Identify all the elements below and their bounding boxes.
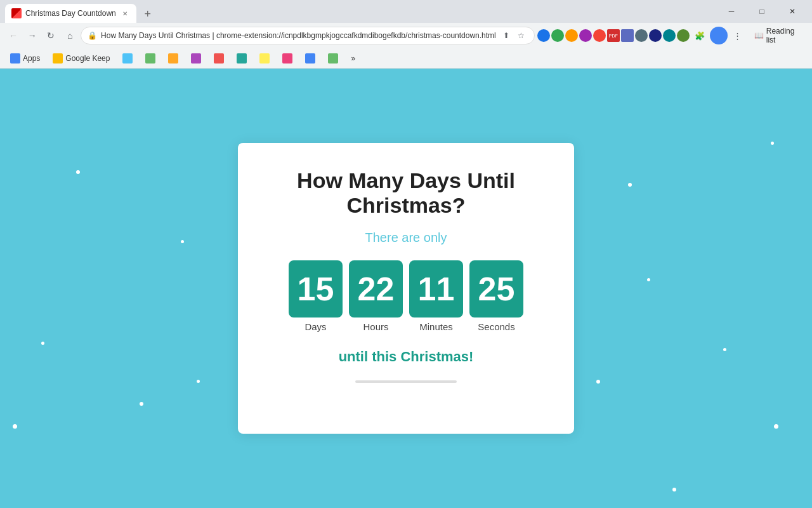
apps-icon (10, 53, 20, 64)
ext-icon-pdf[interactable]: PDF (607, 29, 620, 42)
bookmark-10[interactable] (323, 51, 343, 66)
reading-list-button[interactable]: 📖 Reading list (749, 25, 807, 46)
seconds-value: 25 (478, 270, 515, 308)
hours-box: 22 (349, 260, 403, 318)
minimize-button[interactable]: ─ (717, 0, 746, 23)
snowflake (596, 380, 600, 384)
days-unit: 15 Days (289, 260, 343, 332)
more-menu-button[interactable]: ⋮ (729, 27, 747, 44)
bm7-icon (259, 53, 270, 64)
minutes-label: Minutes (419, 321, 453, 332)
address-actions: ⬆ ☆ (500, 29, 528, 42)
home-button[interactable]: ⌂ (62, 27, 78, 44)
bm3-icon (168, 53, 178, 64)
seconds-label: Seconds (478, 321, 514, 332)
bookmark-2[interactable] (140, 51, 160, 66)
hours-value: 22 (358, 270, 395, 308)
address-bar[interactable]: 🔒 How Many Days Until Christmas | chrome… (81, 27, 535, 44)
window-controls: ─ □ ✕ (717, 0, 807, 23)
minutes-value: 11 (418, 270, 455, 308)
bookmarks-bar: Apps Google Keep (0, 48, 812, 69)
days-box: 15 (289, 260, 343, 318)
page-title: How Many Days Until Christmas? (276, 168, 536, 218)
ext-icon-5[interactable] (593, 29, 606, 42)
close-button[interactable]: ✕ (778, 0, 807, 23)
ext-icon-4[interactable] (579, 29, 592, 42)
bookmark-3[interactable] (163, 51, 183, 66)
apps-label: Apps (23, 54, 40, 63)
ext-icon-1[interactable] (537, 29, 550, 42)
ext-icon-2[interactable] (551, 29, 564, 42)
snowflake (628, 183, 632, 187)
days-label: Days (304, 321, 326, 332)
minutes-box: 11 (409, 260, 463, 318)
ext-icon-puzzle[interactable] (621, 29, 634, 42)
snowflake (140, 402, 143, 406)
bm2-icon (145, 53, 155, 64)
until-christmas-text: until this Christmas! (339, 349, 474, 365)
reload-button[interactable]: ↻ (43, 27, 60, 44)
bookmark-9[interactable] (300, 51, 320, 66)
bm10-icon (328, 53, 338, 64)
address-text: How Many Days Until Christmas | chrome-e… (101, 31, 496, 40)
bookmark-1[interactable] (117, 51, 138, 66)
ext-icon-7[interactable] (649, 29, 662, 42)
bookmark-keep[interactable]: Google Keep (48, 51, 115, 66)
share-icon[interactable]: ⬆ (500, 29, 513, 42)
keep-label: Google Keep (65, 54, 110, 63)
scroll-hint-bar (355, 380, 457, 383)
extensions-button[interactable]: 🧩 (691, 27, 709, 44)
nav-bar: ← → ↻ ⌂ 🔒 How Many Days Until Christmas … (0, 23, 812, 48)
hours-unit: 22 Hours (349, 260, 403, 332)
snowflake (517, 151, 521, 156)
seconds-box: 25 (469, 260, 523, 318)
more-bookmarks-button[interactable]: » (346, 51, 360, 65)
lock-icon: 🔒 (88, 31, 97, 40)
bookmark-apps[interactable]: Apps (5, 51, 45, 66)
page-content: How Many Days Until Christmas? There are… (0, 69, 812, 508)
bookmark-8[interactable] (277, 51, 298, 66)
countdown-card: How Many Days Until Christmas? There are… (238, 143, 574, 434)
bookmark-6[interactable] (232, 51, 252, 66)
ext-icon-9[interactable] (677, 29, 690, 42)
snowflake (197, 380, 200, 383)
bookmark-7[interactable] (254, 51, 275, 66)
ext-icon-6[interactable] (635, 29, 648, 42)
snowflake (672, 488, 676, 491)
bm6-icon (237, 53, 247, 64)
title-bar: Christmas Day Countdown ✕ + ─ □ ✕ (0, 0, 812, 23)
profile-avatar[interactable] (710, 27, 728, 44)
tabs-bar: Christmas Day Countdown ✕ + (5, 0, 712, 23)
bm1-icon (122, 53, 133, 64)
bookmark-4[interactable] (186, 51, 206, 66)
snowflake (647, 278, 650, 281)
snowflake (181, 240, 184, 243)
bm9-icon (305, 53, 315, 64)
ext-icon-8[interactable] (663, 29, 676, 42)
new-tab-button[interactable]: + (139, 5, 157, 23)
maximize-button[interactable]: □ (747, 0, 776, 23)
countdown-boxes: 15 Days 22 Hours 11 Minutes (289, 260, 523, 332)
tab-title: Christmas Day Countdown (25, 9, 116, 18)
back-button[interactable]: ← (5, 27, 22, 44)
keep-icon (53, 53, 63, 64)
bookmark-5[interactable] (209, 51, 229, 66)
reading-list-icon: 📖 (754, 31, 764, 40)
bm8-icon (282, 53, 292, 64)
ext-icon-3[interactable] (565, 29, 578, 42)
bm4-icon (191, 53, 201, 64)
snowflake (774, 424, 778, 429)
reading-list-label: Reading list (766, 27, 802, 44)
snowflake (13, 424, 17, 429)
seconds-unit: 25 Seconds (469, 260, 523, 332)
tab-favicon (11, 8, 22, 18)
bookmark-icon[interactable]: ☆ (515, 29, 528, 42)
tab-close-button[interactable]: ✕ (120, 8, 130, 18)
forward-button[interactable]: → (24, 27, 41, 44)
hours-label: Hours (363, 321, 388, 332)
snowflake (723, 348, 726, 351)
minutes-unit: 11 Minutes (409, 260, 463, 332)
toolbar-icons: PDF 🧩 ⋮ (537, 27, 747, 44)
snowflake (41, 342, 44, 345)
active-tab[interactable]: Christmas Day Countdown ✕ (5, 4, 136, 23)
